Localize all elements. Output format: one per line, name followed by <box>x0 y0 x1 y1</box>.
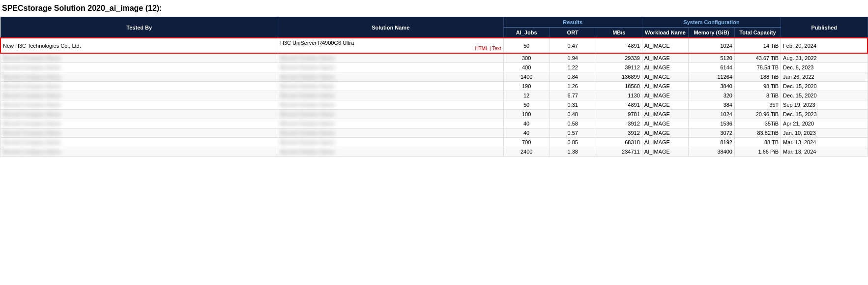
total-capacity-cell: 1.66 PiB <box>734 147 781 157</box>
ort-cell: 6.77 <box>550 91 596 100</box>
table-row: New H3C Technologies Co., Ltd.H3C UniSer… <box>0 38 868 53</box>
memory-cell: 1536 <box>688 119 734 128</box>
mbs-cell: 136899 <box>596 72 642 82</box>
col-header-workload: Workload Name <box>642 28 688 38</box>
ort-cell: 0.48 <box>550 110 596 119</box>
page-title: SPECstorage Solution 2020_ai_image (12): <box>0 0 868 17</box>
workload-name-cell: AI_IMAGE <box>642 63 688 72</box>
total-capacity-cell: 83.82TiB <box>734 128 781 138</box>
total-capacity-cell: 8 TiB <box>734 91 781 100</box>
memory-cell: 320 <box>688 91 734 100</box>
memory-cell: 3840 <box>688 82 734 91</box>
solution-name-cell: Blurred Solution Name <box>278 147 503 157</box>
workload-name-cell: AI_IMAGE <box>642 38 688 53</box>
memory-cell: 384 <box>688 100 734 110</box>
ai-jobs-cell: 190 <box>503 82 550 91</box>
tested-by-cell: Blurred Company Name <box>0 110 278 119</box>
ai-jobs-cell: 700 <box>503 138 550 147</box>
published-cell: Jan 26, 2022 <box>781 72 868 82</box>
col-header-ort: ORT <box>550 28 596 38</box>
total-capacity-cell: 98 TiB <box>734 82 781 91</box>
workload-name-cell: AI_IMAGE <box>642 138 688 147</box>
ort-cell: 0.47 <box>550 38 596 53</box>
ai-jobs-cell: 1400 <box>503 72 550 82</box>
workload-name-cell: AI_IMAGE <box>642 119 688 128</box>
results-table: Tested By Solution Name Results System C… <box>0 17 868 157</box>
col-header-tested-by: Tested By <box>0 17 278 38</box>
workload-name-cell: AI_IMAGE <box>642 128 688 138</box>
html-link[interactable]: HTML <box>475 46 488 51</box>
ort-cell: 0.31 <box>550 100 596 110</box>
solution-name-cell: Blurred Solution Name <box>278 72 503 82</box>
mbs-cell: 3912 <box>596 128 642 138</box>
col-header-memory: Memory (GiB) <box>688 28 734 38</box>
ort-cell: 1.26 <box>550 82 596 91</box>
col-header-mbs: MB/s <box>596 28 642 38</box>
workload-name-cell: AI_IMAGE <box>642 110 688 119</box>
col-header-sysconfig-group: System Configuration <box>642 17 781 28</box>
published-cell: Aug. 31, 2022 <box>781 53 868 63</box>
solution-name-cell: Blurred Solution Name <box>278 63 503 72</box>
mbs-cell: 39112 <box>596 63 642 72</box>
table-row: Blurred Company NameBlurred Solution Nam… <box>0 82 868 91</box>
mbs-cell: 68318 <box>596 138 642 147</box>
tested-by-cell: Blurred Company Name <box>0 100 278 110</box>
memory-cell: 1024 <box>688 110 734 119</box>
total-capacity-cell: 14 TiB <box>734 38 781 53</box>
col-header-results-group: Results <box>503 17 642 28</box>
ai-jobs-cell: 12 <box>503 91 550 100</box>
table-row: Blurred Company NameBlurred Solution Nam… <box>0 72 868 82</box>
total-capacity-cell: 78.54 TB <box>734 63 781 72</box>
workload-name-cell: AI_IMAGE <box>642 91 688 100</box>
ort-cell: 0.84 <box>550 72 596 82</box>
mbs-cell: 4891 <box>596 38 642 53</box>
solution-name-cell: H3C UniServer R4900G6 UltraHTML | Text <box>278 38 503 53</box>
ai-jobs-cell: 50 <box>503 38 550 53</box>
tested-by-cell: Blurred Company Name <box>0 147 278 157</box>
workload-name-cell: AI_IMAGE <box>642 100 688 110</box>
solution-name-cell: Blurred Solution Name <box>278 138 503 147</box>
workload-name-cell: AI_IMAGE <box>642 53 688 63</box>
memory-cell: 8192 <box>688 138 734 147</box>
col-header-ai-jobs: AI_Jobs <box>503 28 550 38</box>
memory-cell: 38400 <box>688 147 734 157</box>
mbs-cell: 29339 <box>596 53 642 63</box>
workload-name-cell: AI_IMAGE <box>642 82 688 91</box>
memory-cell: 5120 <box>688 53 734 63</box>
total-capacity-cell: 35T <box>734 100 781 110</box>
solution-links: HTML | Text <box>280 46 501 51</box>
published-cell: Dec. 15, 2020 <box>781 91 868 100</box>
memory-cell: 1024 <box>688 38 734 53</box>
published-cell: Mar. 13, 2024 <box>781 147 868 157</box>
tested-by-cell: Blurred Company Name <box>0 82 278 91</box>
col-header-total-capacity: Total Capacity <box>734 28 781 38</box>
published-cell: Sep 19, 2023 <box>781 100 868 110</box>
solution-name-cell: Blurred Solution Name <box>278 100 503 110</box>
mbs-cell: 1130 <box>596 91 642 100</box>
memory-cell: 11264 <box>688 72 734 82</box>
memory-cell: 6144 <box>688 63 734 72</box>
ai-jobs-cell: 40 <box>503 119 550 128</box>
published-cell: Feb. 20, 2024 <box>781 38 868 53</box>
published-cell: Apr 21, 2020 <box>781 119 868 128</box>
total-capacity-cell: 43.67 TiB <box>734 53 781 63</box>
ai-jobs-cell: 300 <box>503 53 550 63</box>
solution-name-cell: Blurred Solution Name <box>278 53 503 63</box>
table-row: Blurred Company NameBlurred Solution Nam… <box>0 147 868 157</box>
solution-name-cell: Blurred Solution Name <box>278 119 503 128</box>
ai-jobs-cell: 40 <box>503 128 550 138</box>
text-link[interactable]: Text <box>492 46 501 51</box>
solution-name-cell: Blurred Solution Name <box>278 91 503 100</box>
col-header-solution: Solution Name <box>278 17 503 38</box>
tested-by-cell: Blurred Company Name <box>0 72 278 82</box>
table-row: Blurred Company NameBlurred Solution Nam… <box>0 53 868 63</box>
ort-cell: 0.85 <box>550 138 596 147</box>
tested-by-cell: Blurred Company Name <box>0 91 278 100</box>
total-capacity-cell: 20.96 TiB <box>734 110 781 119</box>
total-capacity-cell: 35TiB <box>734 119 781 128</box>
ort-cell: 0.57 <box>550 128 596 138</box>
sysconfig-label: System Configuration <box>683 19 739 25</box>
published-cell: Dec. 15, 2023 <box>781 110 868 119</box>
solution-name-cell: Blurred Solution Name <box>278 110 503 119</box>
mbs-cell: 18560 <box>596 82 642 91</box>
